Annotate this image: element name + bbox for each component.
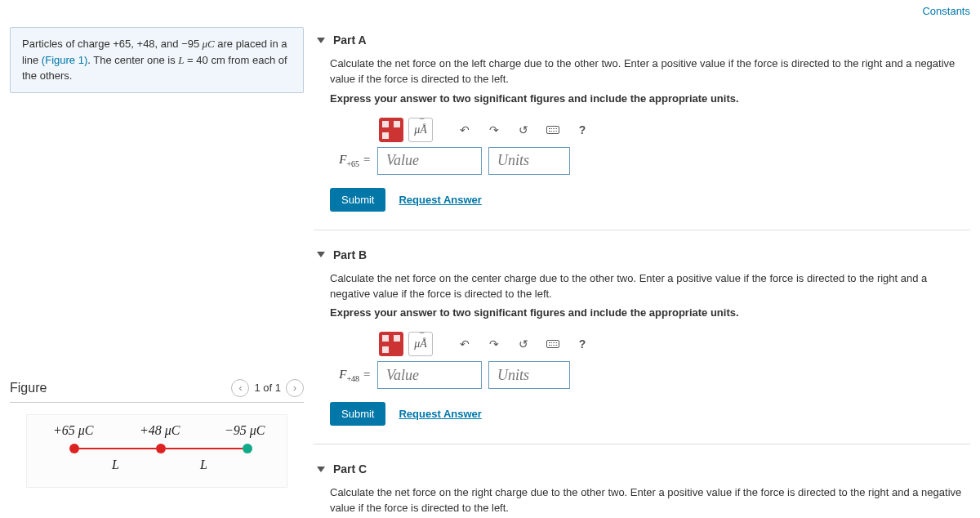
problem-unit: μC	[199, 38, 214, 50]
part-a-title: Part A	[333, 33, 367, 47]
figure-count: 1 of 1	[254, 382, 281, 394]
templates-button[interactable]	[379, 332, 403, 356]
problem-text-3: . The center one is	[87, 54, 178, 66]
submit-button-a[interactable]: Submit	[330, 188, 385, 212]
part-a: Part A Calculate the net force on the le…	[314, 27, 970, 230]
part-c-header[interactable]: Part C	[314, 456, 970, 482]
line-segment-1	[79, 448, 156, 449]
part-b: Part B Calculate the net force on the ce…	[314, 242, 970, 445]
figure-title: Figure	[10, 381, 47, 395]
distance-label-1: L	[112, 458, 119, 472]
part-a-prompt: Calculate the net force on the left char…	[330, 56, 967, 87]
charge-dot-2	[156, 444, 166, 453]
symbols-button[interactable]: μÅ	[408, 332, 433, 356]
undo-button[interactable]: ↶	[452, 118, 477, 142]
help-button[interactable]: ?	[570, 332, 595, 356]
units-input-b[interactable]	[488, 361, 570, 389]
chevron-down-icon	[317, 38, 325, 43]
part-b-title: Part B	[333, 248, 367, 261]
part-b-toolbar: μÅ ↶ ↷ ↺ ?	[379, 332, 967, 356]
part-b-header[interactable]: Part B	[314, 242, 970, 268]
request-answer-link-a[interactable]: Request Answer	[399, 194, 481, 206]
charge-dot-3	[243, 444, 252, 453]
charge-label-2: +48 μC	[140, 423, 180, 438]
part-a-instructions: Express your answer to two significant f…	[330, 92, 967, 105]
part-a-toolbar: μÅ ↶ ↷ ↺ ?	[379, 118, 967, 142]
charge-label-3: −95 μC	[225, 423, 265, 438]
part-c-prompt: Calculate the net force on the right cha…	[330, 485, 967, 516]
part-b-instructions: Express your answer to two significant f…	[330, 306, 967, 319]
value-input-b[interactable]	[377, 361, 482, 389]
figure-diagram: +65 μC +48 μC −95 μC L L	[26, 414, 287, 488]
problem-statement: Particles of charge +65, +48, and −95 μC…	[10, 27, 304, 93]
figure-reference: (Figure 1)	[42, 54, 87, 66]
problem-eq: = 40 cm	[185, 54, 225, 66]
reset-button[interactable]: ↺	[511, 118, 536, 142]
request-answer-link-b[interactable]: Request Answer	[399, 408, 481, 420]
problem-neg-charge: −95	[181, 38, 199, 50]
problem-text-1: Particles of charge +65, +48, and	[22, 38, 181, 50]
value-input-a[interactable]	[377, 147, 482, 175]
redo-button[interactable]: ↷	[482, 118, 506, 142]
part-b-prompt: Calculate the net force on the center ch…	[330, 271, 967, 302]
constants-link[interactable]: Constants	[922, 5, 970, 17]
templates-button[interactable]	[379, 118, 403, 142]
keyboard-button[interactable]	[541, 332, 565, 356]
figure-next-button[interactable]: ›	[286, 379, 304, 397]
figure-divider	[10, 402, 304, 403]
part-c: Part C Calculate the net force on the ri…	[314, 456, 970, 518]
problem-var-L: L	[178, 54, 184, 66]
help-button[interactable]: ?	[570, 118, 595, 142]
reset-button[interactable]: ↺	[511, 332, 536, 356]
units-input-a[interactable]	[488, 147, 570, 175]
figure-prev-button[interactable]: ‹	[231, 379, 249, 397]
charge-dot-1	[69, 444, 79, 453]
symbols-button[interactable]: μÅ	[408, 118, 433, 142]
part-divider	[314, 230, 970, 230]
part-c-title: Part C	[333, 462, 367, 476]
part-a-header[interactable]: Part A	[314, 27, 970, 53]
answer-label-b: F+48 =	[330, 368, 371, 383]
submit-button-b[interactable]: Submit	[330, 402, 385, 426]
undo-button[interactable]: ↶	[452, 332, 477, 356]
chevron-down-icon	[317, 252, 325, 257]
charge-label-1: +65 μC	[53, 423, 94, 438]
keyboard-button[interactable]	[541, 118, 565, 142]
part-divider	[314, 444, 970, 444]
distance-label-2: L	[200, 458, 207, 472]
answer-label-a: F+65 =	[330, 153, 371, 168]
redo-button[interactable]: ↷	[482, 332, 506, 356]
line-segment-2	[166, 448, 243, 449]
chevron-down-icon	[317, 467, 325, 472]
